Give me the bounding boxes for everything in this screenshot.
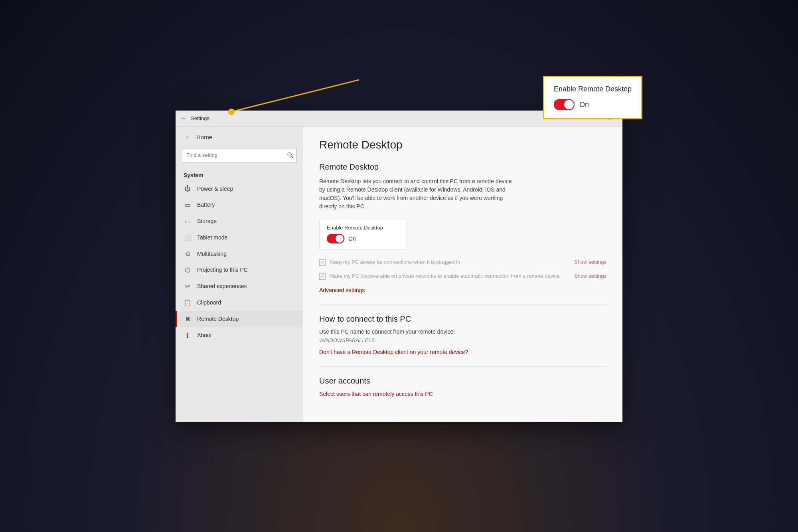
checkbox-1-text: Keep my PC awake for connections when it… (330, 259, 570, 265)
advanced-settings-link[interactable]: Advanced settings (319, 287, 606, 293)
sidebar-item-remote-desktop[interactable]: ✖ Remote Desktop (176, 311, 303, 327)
power-sleep-icon: ⏻ (184, 185, 192, 192)
multitasking-icon: ⧉ (184, 250, 192, 257)
svg-line-0 (231, 80, 359, 112)
sidebar-item-storage[interactable]: ▭ Storage (176, 213, 303, 229)
how-to-title: How to connect to this PC (319, 314, 606, 324)
sidebar-item-power-sleep[interactable]: ⏻ Power & sleep (176, 181, 303, 197)
user-accounts-link[interactable]: Select users that can remotely access th… (319, 391, 433, 397)
storage-icon: ▭ (184, 218, 192, 225)
battery-icon: ▭ (184, 201, 192, 209)
checkbox-2[interactable]: ✓ (319, 273, 326, 280)
remote-desktop-icon: ✖ (184, 315, 192, 323)
callout-toggle-row: On (554, 99, 632, 110)
home-label: Home (196, 134, 212, 140)
sidebar-item-multitasking[interactable]: ⧉ Multitasking (176, 246, 303, 262)
sidebar-item-battery[interactable]: ▭ Battery (176, 197, 303, 213)
tablet-icon: ⬜ (184, 234, 192, 241)
separator-1 (319, 305, 606, 305)
no-client-link[interactable]: Don't have a Remote Desktop client on yo… (319, 349, 606, 355)
search-input[interactable] (182, 148, 297, 162)
sidebar-item-projecting[interactable]: ⬡ Projecting to this PC (176, 262, 303, 278)
user-accounts-title: User accounts (319, 376, 606, 386)
checkbox-1[interactable]: ✓ (319, 259, 326, 266)
sidebar-label-multitasking: Multitasking (197, 251, 227, 257)
sidebar-item-shared-experiences[interactable]: ✂ Shared experiences (176, 278, 303, 295)
sidebar-label-projecting: Projecting to this PC (197, 267, 248, 273)
sidebar: ⌂ Home 🔍 System ⏻ Power & sleep ▭ Batter… (176, 127, 303, 422)
main-content: Remote Desktop Remote Desktop Remote Des… (303, 127, 622, 422)
sidebar-label-tablet-mode: Tablet mode (197, 234, 227, 241)
sidebar-label-battery: Battery (197, 202, 215, 208)
shared-icon: ✂ (184, 283, 192, 290)
callout-toggle[interactable] (554, 99, 575, 110)
sidebar-label-clipboard: Clipboard (197, 299, 221, 306)
callout-box: Enable Remote Desktop On (543, 76, 642, 119)
system-label: System (176, 169, 303, 181)
settings-window: ← Settings — □ ✕ ⌂ Home 🔍 System ⏻ Power… (176, 111, 622, 422)
section-title: Remote Desktop (319, 162, 606, 172)
callout-toggle-thumb (564, 100, 574, 109)
checkbox-row-2: ✓ Make my PC discoverable on private net… (319, 273, 606, 280)
checkbox-row-1: ✓ Keep my PC awake for connections when … (319, 259, 606, 266)
separator-2 (319, 366, 606, 367)
pc-name-value: WINDOWSPARALLELS (319, 337, 606, 343)
sidebar-label-storage: Storage (197, 218, 217, 224)
projecting-icon: ⬡ (184, 266, 192, 274)
page-title: Remote Desktop (319, 138, 606, 151)
sidebar-home[interactable]: ⌂ Home (176, 127, 303, 148)
search-icon: 🔍 (287, 152, 294, 158)
clipboard-icon: 📋 (184, 299, 192, 307)
sidebar-label-remote-desktop: Remote Desktop (197, 316, 239, 322)
search-container: 🔍 (182, 148, 297, 162)
back-button[interactable]: ← (180, 115, 187, 122)
content-area: ⌂ Home 🔍 System ⏻ Power & sleep ▭ Batter… (176, 127, 622, 422)
checkbox-2-text: Make my PC discoverable on private netwo… (330, 273, 570, 279)
section-desc: Remote Desktop lets you connect to and c… (319, 177, 519, 211)
sidebar-item-about[interactable]: ℹ About (176, 327, 303, 344)
show-settings-link-2[interactable]: Show settings (574, 273, 606, 279)
enable-remote-desktop-toggle[interactable] (327, 234, 344, 243)
sidebar-item-clipboard[interactable]: 📋 Clipboard (176, 295, 303, 311)
callout-title: Enable Remote Desktop (554, 85, 632, 93)
sidebar-label-about: About (197, 332, 212, 338)
pc-name-label: Use this PC name to connect from your re… (319, 328, 606, 335)
window-title: Settings (191, 115, 209, 121)
toggle-state: On (348, 235, 356, 242)
about-icon: ℹ (184, 332, 192, 339)
callout-toggle-state: On (579, 101, 589, 109)
toggle-card: Enable Remote Desktop On (319, 219, 407, 249)
sidebar-item-tablet-mode[interactable]: ⬜ Tablet mode (176, 229, 303, 246)
toggle-thumb (336, 235, 344, 243)
sidebar-label-power-sleep: Power & sleep (197, 186, 233, 192)
toggle-card-label: Enable Remote Desktop (327, 225, 399, 231)
toggle-row: On (327, 234, 399, 243)
sidebar-label-shared-experiences: Shared experiences (197, 283, 247, 289)
show-settings-link-1[interactable]: Show settings (574, 259, 606, 265)
home-icon: ⌂ (184, 134, 192, 141)
